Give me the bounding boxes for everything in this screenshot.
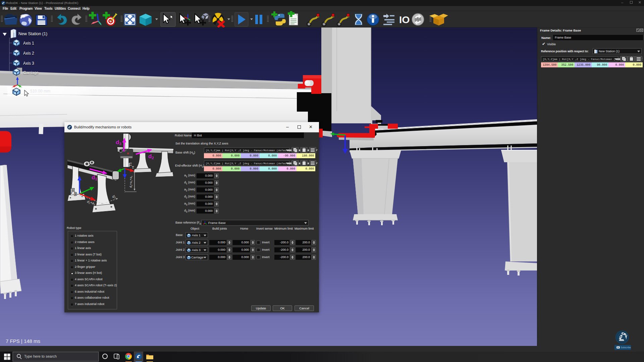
svg-text:d2: d2 xyxy=(148,153,154,160)
svg-text:IO: IO xyxy=(399,14,410,25)
svg-text:B: B xyxy=(74,192,77,196)
svg-text:d2: d2 xyxy=(112,194,116,199)
svg-text:T: T xyxy=(132,166,134,170)
svg-text:F: F xyxy=(70,187,74,194)
svg-text:F: F xyxy=(128,162,132,168)
svg-text:Type here to search: Type here to search xyxy=(24,354,57,358)
svg-text:d3: d3 xyxy=(116,139,121,146)
svg-text:Subscribe: Subscribe xyxy=(621,346,631,349)
svg-text:d3+a1+a2: d3+a1+a2 xyxy=(129,176,133,188)
